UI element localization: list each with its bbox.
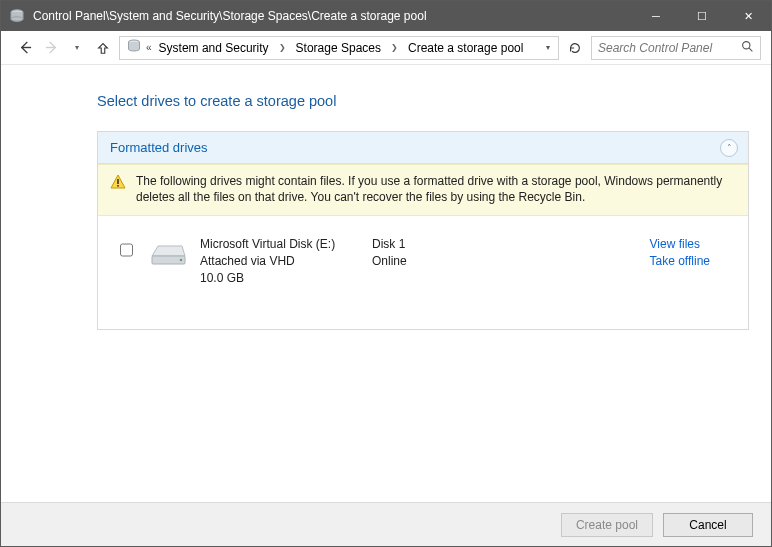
view-files-link[interactable]: View files bbox=[650, 236, 711, 253]
forward-button[interactable] bbox=[41, 38, 61, 58]
search-input[interactable]: Search Control Panel bbox=[591, 36, 761, 60]
content-area: Select drives to create a storage pool F… bbox=[1, 65, 771, 502]
cancel-button[interactable]: Cancel bbox=[663, 513, 753, 537]
breadcrumb-segment[interactable]: System and Security bbox=[155, 37, 273, 59]
recent-locations-button[interactable]: ▾ bbox=[67, 38, 87, 58]
nav-bar: ▾ « System and Security ❯ Storage Spaces… bbox=[1, 31, 771, 65]
panel-header[interactable]: Formatted drives ˄ bbox=[98, 132, 748, 164]
chevron-up-icon: ˄ bbox=[727, 143, 732, 153]
drive-row: Microsoft Virtual Disk (E:) Attached via… bbox=[106, 228, 740, 300]
maximize-button[interactable]: ☐ bbox=[679, 1, 725, 31]
address-dropdown-button[interactable]: ▾ bbox=[540, 37, 556, 59]
warning-icon bbox=[110, 174, 126, 190]
panel-title: Formatted drives bbox=[110, 140, 208, 155]
formatted-drives-panel: Formatted drives ˄ The following drives … bbox=[97, 131, 749, 330]
hard-drive-icon bbox=[148, 240, 188, 268]
drive-status: Disk 1 Online bbox=[372, 236, 522, 270]
chevron-right-icon[interactable]: ❯ bbox=[389, 43, 400, 52]
minimize-button[interactable]: ─ bbox=[633, 1, 679, 31]
create-pool-button[interactable]: Create pool bbox=[561, 513, 653, 537]
warning-text: The following drives might contain files… bbox=[136, 173, 736, 205]
overflow-chevron-icon[interactable]: « bbox=[146, 42, 151, 53]
drive-checkbox[interactable] bbox=[120, 243, 133, 257]
close-button[interactable]: ✕ bbox=[725, 1, 771, 31]
drive-attach: Attached via VHD bbox=[200, 253, 360, 270]
drive-name: Microsoft Virtual Disk (E:) bbox=[200, 236, 360, 253]
drive-size: 10.0 GB bbox=[200, 270, 360, 287]
page-title: Select drives to create a storage pool bbox=[97, 93, 749, 109]
storage-icon bbox=[126, 38, 142, 57]
svg-rect-5 bbox=[117, 185, 119, 187]
back-button[interactable] bbox=[15, 38, 35, 58]
refresh-button[interactable] bbox=[565, 38, 585, 58]
drive-info: Microsoft Virtual Disk (E:) Attached via… bbox=[200, 236, 360, 286]
warning-banner: The following drives might contain files… bbox=[98, 164, 748, 216]
take-offline-link[interactable]: Take offline bbox=[650, 253, 711, 270]
footer-bar: Create pool Cancel bbox=[1, 502, 771, 546]
svg-point-7 bbox=[180, 259, 183, 262]
drive-disk: Disk 1 bbox=[372, 236, 522, 253]
collapse-button[interactable]: ˄ bbox=[720, 139, 738, 157]
breadcrumb-segment[interactable]: Storage Spaces bbox=[292, 37, 385, 59]
address-bar[interactable]: « System and Security ❯ Storage Spaces ❯… bbox=[119, 36, 559, 60]
svg-point-3 bbox=[743, 41, 750, 48]
drive-list: Microsoft Virtual Disk (E:) Attached via… bbox=[98, 216, 748, 328]
drive-actions: View files Take offline bbox=[650, 236, 735, 270]
app-icon bbox=[9, 8, 25, 24]
title-bar: Control Panel\System and Security\Storag… bbox=[1, 1, 771, 31]
search-icon bbox=[741, 40, 754, 56]
drive-online: Online bbox=[372, 253, 522, 270]
svg-rect-4 bbox=[117, 179, 119, 184]
breadcrumb-segment[interactable]: Create a storage pool bbox=[404, 37, 527, 59]
search-placeholder: Search Control Panel bbox=[598, 41, 712, 55]
up-button[interactable] bbox=[93, 38, 113, 58]
chevron-right-icon[interactable]: ❯ bbox=[277, 43, 288, 52]
window-title: Control Panel\System and Security\Storag… bbox=[33, 9, 633, 23]
